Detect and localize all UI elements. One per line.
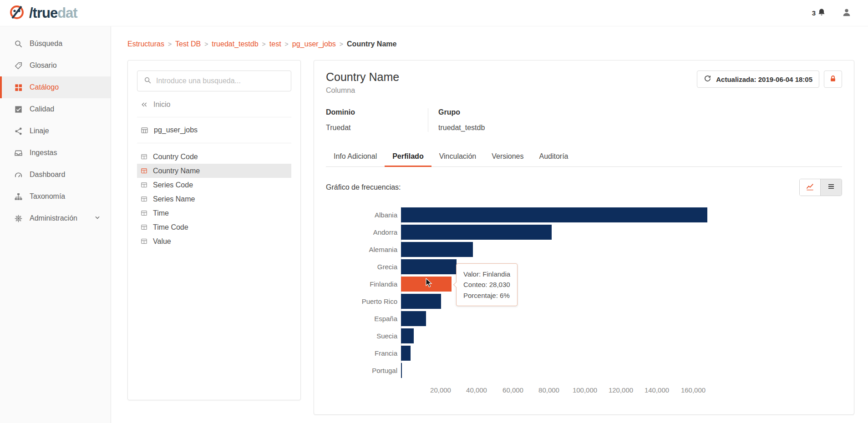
chevrons-left-icon [141,101,148,108]
column-item-series-code[interactable]: Series Code [137,178,291,192]
lock-icon [829,75,837,84]
chart-bar[interactable] [401,328,414,343]
breadcrumb-separator: > [204,40,208,48]
view-toggle-group [799,179,842,196]
chart-row: Albania [326,206,736,223]
notification-count: 3 [812,9,816,17]
brand-true: /true [29,5,57,21]
column-item-country-name[interactable]: Country Name [137,164,291,178]
tab-auditoria[interactable]: Auditoría [531,146,576,166]
chart-category-label: Suecia [326,332,397,340]
refresh-button[interactable]: Actualizada: 2019-06-04 18:05 [697,70,819,88]
column-item-series-name[interactable]: Series Name [137,192,291,206]
content-row: Inicio pg_user_jobs Country Code [127,60,854,415]
chart-category-label: Portugal [326,367,397,374]
chart-bar-track [401,363,736,378]
detail-header: Country Name Columna Actualizada: 2019-0… [326,70,842,95]
chart-bar[interactable] [401,207,707,222]
list-view-button[interactable] [821,179,842,196]
gauge-icon [14,170,23,179]
chart-row: Grecia [326,258,736,275]
user-icon [842,11,852,19]
tab-info-adicional[interactable]: Info Adicional [326,146,385,166]
page-title: Country Name [326,70,399,84]
column-icon [141,224,147,231]
sidebar-item-ingestas[interactable]: Ingestas [0,142,111,164]
chart-bar[interactable] [401,225,552,240]
sidebar-item-linaje[interactable]: Linaje [0,120,111,142]
breadcrumb-link-testdb[interactable]: Test DB [175,40,201,48]
sidebar-item-calidad[interactable]: Calidad [0,98,111,120]
chart-bar[interactable] [401,311,426,326]
chart-row: Puerto Rico [326,292,736,310]
sidebar-item-label: Ingestas [30,149,57,157]
notifications-button[interactable]: 3 [812,8,826,19]
tab-versiones[interactable]: Versiones [484,146,531,166]
column-item-value[interactable]: Value [137,234,291,248]
tab-vinculacion[interactable]: Vinculación [431,146,484,166]
search-input[interactable] [156,77,284,85]
chart-bar[interactable] [401,259,457,274]
chart-bar[interactable] [401,242,473,257]
sidebar-item-taxonomia[interactable]: Taxonomía [0,186,111,207]
breadcrumb-link-pg-user-jobs[interactable]: pg_user_jobs [292,40,336,48]
chart-category-label: Alemania [326,246,397,253]
column-label: Time Code [153,223,188,232]
column-icon [141,196,147,202]
x-tick-label: 20,000 [430,386,451,394]
field-dominio: Dominio Truedat [326,108,428,132]
chart-bar-track [401,328,736,343]
chart-bar-track [401,294,736,309]
breadcrumb-separator: > [262,40,266,48]
sidebar-item-dashboard[interactable]: Dashboard [0,164,111,186]
tooltip-valor: Valor: Finlandia [463,269,510,279]
frequency-chart: AlbaniaAndorraAlemaniaGreciaFinlandiaPue… [326,206,736,399]
home-label: Inicio [153,101,170,109]
breadcrumb-link-estructuras[interactable]: Estructuras [127,40,164,48]
sidebar-item-label: Taxonomía [30,192,65,201]
chart-row: Portugal [326,362,736,379]
chart-bar[interactable] [401,363,402,378]
x-tick-label: 80,000 [538,386,559,394]
chart-category-label: Finlandia [326,280,397,288]
chart-bar[interactable] [401,346,411,361]
breadcrumb-link-test[interactable]: test [269,40,281,48]
list-icon [827,182,835,192]
chart-bar[interactable] [401,294,441,309]
tab-perfilado[interactable]: Perfilado [385,146,431,166]
sidebar-item-catalogo[interactable]: Catálogo [0,76,111,98]
chart-rows-holder: AlbaniaAndorraAlemaniaGreciaFinlandiaPue… [326,206,736,379]
field-label: Grupo [438,108,485,116]
chart-bar-track [401,277,736,292]
user-menu-button[interactable] [842,7,852,19]
chart-bar-track [401,259,736,274]
breadcrumb-separator: > [168,40,172,48]
sidebar-item-label: Calidad [30,105,54,113]
sidebar-item-label: Dashboard [30,171,65,179]
truedat-logo[interactable]: /truedat [8,4,77,23]
column-item-country-code[interactable]: Country Code [137,150,291,164]
column-item-time-code[interactable]: Time Code [137,220,291,234]
sidebar-item-label: Búsqueda [30,40,62,48]
column-icon [141,181,147,188]
chart-rows: AlbaniaAndorraAlemaniaGreciaFinlandiaPue… [326,206,736,379]
x-tick-label: 140,000 [645,386,669,394]
sidebar-item-administracion[interactable]: Administración [0,207,111,229]
column-label: Country Name [153,167,200,175]
column-list: Country Code Country Name Series Code [137,150,291,248]
bell-icon [817,8,826,19]
sidebar-item-glosario[interactable]: Glosario [0,55,111,76]
breadcrumb-link-truedat-testdb[interactable]: truedat_testdb [212,40,258,48]
lock-button[interactable] [824,70,842,88]
column-item-time[interactable]: Time [137,206,291,220]
chevron-down-icon [94,214,101,222]
refresh-icon [704,75,711,84]
tooltip-porcentaje: Porcentaje: 6% [463,290,510,301]
home-navigation[interactable]: Inicio [137,91,291,117]
chart-view-button[interactable] [800,179,821,196]
chart-row: Andorra [326,223,736,241]
sidebar-item-busqueda[interactable]: Búsqueda [0,33,111,55]
parent-table-item[interactable]: pg_user_jobs [137,117,291,143]
search-icon [144,76,152,86]
column-label: Series Name [153,195,195,203]
